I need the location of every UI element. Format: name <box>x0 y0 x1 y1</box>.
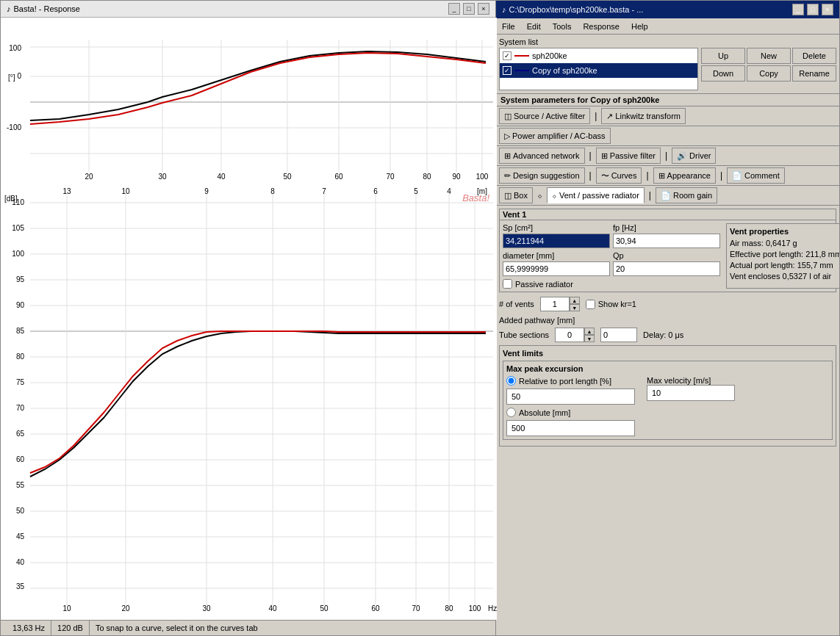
tab-design-suggestion[interactable]: ✏ Design suggestion <box>499 167 585 184</box>
checkbox-1[interactable]: ✓ <box>503 66 511 75</box>
right-close-btn[interactable]: × <box>822 4 833 15</box>
max-velocity-label: Max velocity [m/s] <box>647 376 735 385</box>
system-list-box[interactable]: ✓ sph200ke ✓ Copy of sph200ke <box>499 48 698 90</box>
menu-help[interactable]: Help <box>628 21 651 32</box>
qp-input[interactable] <box>613 261 720 276</box>
basta-watermark: Basta! <box>462 192 489 203</box>
svg-text:4: 4 <box>447 187 451 195</box>
checkbox-0[interactable]: ✓ <box>503 51 511 60</box>
sys-params-label: System parameters for Copy of sph200ke <box>496 94 839 106</box>
tab-divider-7: ⬦ <box>534 187 545 203</box>
svg-text:80: 80 <box>423 173 431 181</box>
svg-text:60: 60 <box>334 173 343 181</box>
fp-input[interactable] <box>613 234 720 248</box>
vent-section: Vent 1 Sp [cm²] fp [Hz] <box>499 209 836 292</box>
down-button[interactable]: Down <box>701 65 745 82</box>
new-button[interactable]: New <box>747 48 791 64</box>
driver-icon: 🔊 <box>677 151 687 161</box>
tab-appearance[interactable]: ⊞ Appearance <box>653 167 716 184</box>
up-button[interactable]: Up <box>701 48 745 64</box>
sp-input[interactable] <box>503 234 610 248</box>
tab-divider-3: | <box>662 148 670 164</box>
relative-radio[interactable] <box>506 376 516 386</box>
absolute-value-input[interactable] <box>506 420 635 436</box>
vent-properties: Vent properties Air mass: 0,6417 g Effec… <box>726 223 839 289</box>
tab-comment[interactable]: 📄 Comment <box>727 167 785 184</box>
svg-text:20: 20 <box>121 604 130 612</box>
show-kr-checkbox[interactable] <box>586 300 595 309</box>
eff-port-length: Effective port length: 211,8 mm <box>730 250 839 259</box>
tab-passive-filter[interactable]: ⊞ Passive filter <box>596 148 661 164</box>
tab-power-amp[interactable]: ▷ Power amplifier / AC-bass <box>499 128 611 144</box>
tube-down-btn[interactable]: ▼ <box>584 335 595 342</box>
menu-edit[interactable]: Edit <box>524 21 544 32</box>
svg-text:50: 50 <box>320 604 329 612</box>
svg-text:35: 35 <box>16 582 25 590</box>
system-list-item-1[interactable]: ✓ Copy of sph200ke <box>500 63 697 78</box>
tab-driver[interactable]: 🔊 Driver <box>672 148 716 164</box>
comment-icon: 📄 <box>732 171 742 181</box>
curves-icon: 〜 <box>601 170 609 181</box>
vent-limits-section: Vent limits Max peak excursion Relative … <box>499 345 836 447</box>
svg-text:7: 7 <box>322 187 326 195</box>
right-minimize-btn[interactable]: _ <box>792 4 804 15</box>
tab-box[interactable]: ◫ Box <box>499 187 533 203</box>
svg-text:8: 8 <box>270 187 275 195</box>
svg-text:65: 65 <box>16 430 25 438</box>
num-vents-input[interactable] <box>540 297 570 311</box>
svg-text:30: 30 <box>202 604 211 612</box>
max-velocity-input[interactable] <box>647 385 735 401</box>
color-line-0 <box>514 55 529 57</box>
system-item-name-0: sph200ke <box>532 51 567 60</box>
menu-file[interactable]: File <box>499 21 518 32</box>
adv-net-icon: ⊞ <box>504 151 511 161</box>
svg-text:20: 20 <box>85 173 93 181</box>
status-bar: 13,63 Hz 120 dB To snap to a curve, sele… <box>1 620 495 635</box>
tube-sections-input[interactable] <box>555 328 584 342</box>
vent-properties-title: Vent properties <box>730 227 839 236</box>
tab-linkwitz[interactable]: ↗ Linkwitz transform <box>601 108 686 124</box>
svg-text:0: 0 <box>17 72 21 80</box>
svg-text:100: 100 <box>469 604 481 612</box>
close-btn[interactable]: × <box>478 3 489 15</box>
design-icon: ✏ <box>504 171 511 181</box>
right-restore-btn[interactable]: □ <box>807 4 819 15</box>
fp-label: fp [Hz] <box>613 223 720 232</box>
tab-advanced-network[interactable]: ⊞ Advanced network <box>499 148 585 164</box>
power-icon: ▷ <box>504 131 510 141</box>
vents-down-btn[interactable]: ▼ <box>570 304 580 311</box>
relative-value-input[interactable] <box>506 389 635 405</box>
right-content: System list ✓ sph200ke ✓ Copy of sph200k… <box>496 35 839 635</box>
rename-button[interactable]: Rename <box>792 65 836 82</box>
vents-up-btn[interactable]: ▲ <box>570 297 580 304</box>
menu-response[interactable]: Response <box>580 21 622 32</box>
right-window-icon: ♪ <box>502 5 506 14</box>
menu-tools[interactable]: Tools <box>550 21 575 32</box>
restore-btn[interactable]: □ <box>463 3 475 15</box>
svg-text:30: 30 <box>158 173 167 181</box>
svg-text:90: 90 <box>452 173 461 181</box>
delete-button[interactable]: Delete <box>792 48 836 64</box>
box-icon: ◫ <box>504 191 511 200</box>
status-freq: 13,63 Hz <box>7 621 51 635</box>
tab-room-gain[interactable]: 📄 Room gain <box>656 187 717 203</box>
left-window-icon: ♪ <box>7 4 11 13</box>
vent-limits-title: Vent limits <box>503 349 833 358</box>
svg-text:60: 60 <box>371 604 380 612</box>
tube-up-btn[interactable]: ▲ <box>584 328 595 335</box>
absolute-radio[interactable] <box>506 408 516 417</box>
tab-source-active[interactable]: ◫ Source / Active filter <box>499 108 590 124</box>
passive-radiator-checkbox[interactable] <box>503 279 512 289</box>
minimize-btn[interactable]: _ <box>448 3 460 15</box>
tab-vent[interactable]: ⬦ Vent / passive radiator <box>547 187 645 203</box>
svg-text:10: 10 <box>62 604 71 612</box>
diameter-input[interactable] <box>503 261 610 276</box>
svg-text:70: 70 <box>386 173 395 181</box>
system-list-item-0[interactable]: ✓ sph200ke <box>500 48 697 63</box>
tube-sections-label: Tube sections <box>499 330 549 339</box>
bottom-chart: Basta! [dB] 110 105 100 95 90 85 80 75 7… <box>1 187 495 620</box>
tab-curves[interactable]: 〜 Curves <box>596 167 642 184</box>
copy-button[interactable]: Copy <box>747 65 791 82</box>
tab-row-1: ◫ Source / Active filter | ↗ Linkwitz tr… <box>496 106 839 126</box>
added-pathway-input[interactable] <box>600 328 637 342</box>
